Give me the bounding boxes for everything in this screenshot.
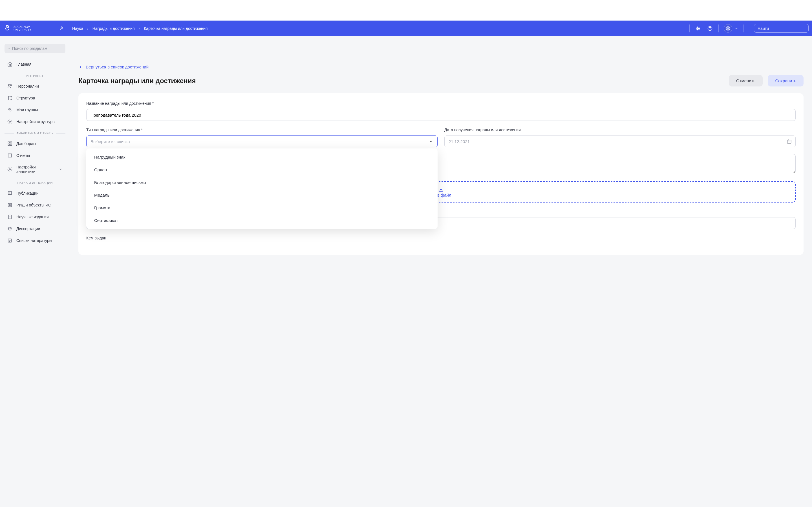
list-icon — [7, 238, 12, 243]
logo-text: SECHENOV UNIVERSITY — [13, 25, 31, 32]
svg-point-20 — [8, 99, 9, 100]
global-search[interactable] — [754, 24, 809, 33]
dropdown-option[interactable]: Орден — [86, 163, 438, 176]
user-menu[interactable] — [724, 24, 739, 33]
chevron-right-icon: › — [139, 26, 140, 31]
ip-icon — [7, 203, 12, 208]
breadcrumbs: Наука › Награды и достижения › Карточка … — [72, 26, 684, 31]
svg-point-25 — [10, 110, 11, 111]
sidebar-item-bibliography[interactable]: Списки литературы — [4, 235, 65, 246]
sidebar-item-dashboards[interactable]: Дашборды — [4, 138, 65, 150]
svg-point-27 — [9, 121, 11, 122]
sidebar-item-reports[interactable]: Отчеты — [4, 150, 65, 161]
svg-point-24 — [9, 109, 10, 110]
date-label: Дата получения награды или достижения — [444, 128, 796, 132]
svg-point-5 — [699, 28, 700, 29]
sidebar-section-science: НАУКА И ИННОВАЦИИ — [4, 177, 65, 187]
help-button[interactable] — [707, 25, 713, 32]
global-search-input[interactable] — [758, 26, 807, 31]
logo[interactable]: SECHENOV UNIVERSITY — [3, 24, 56, 33]
sidebar-search-input[interactable] — [12, 46, 61, 51]
sidebar-item-label: Диссертации — [16, 226, 40, 231]
sidebar-item-label: Списки литературы — [16, 238, 52, 243]
sliders-icon — [696, 26, 701, 31]
breadcrumb-item-2[interactable]: Награды и достижения — [93, 26, 135, 31]
svg-rect-34 — [8, 203, 11, 207]
svg-point-14 — [9, 48, 10, 49]
top-whitespace — [0, 0, 812, 20]
page-title: Карточка награды или достижения — [79, 77, 196, 85]
dropdown-option[interactable]: Благодарственное письмо — [86, 176, 438, 189]
dropdown-option[interactable]: Сертификат — [86, 214, 438, 227]
settings-button[interactable] — [695, 25, 702, 32]
page-header: Карточка награды или достижения Отменить… — [79, 75, 804, 87]
sidebar-item-label: Персоналии — [16, 84, 39, 89]
dropdown-option[interactable]: Нагрудный знак — [86, 151, 438, 163]
home-icon — [7, 62, 12, 67]
sidebar-item-structure-settings[interactable]: Настройки структуры — [4, 116, 65, 128]
dropdown-option[interactable]: Грамота — [86, 202, 438, 214]
chevron-up-icon — [429, 139, 434, 144]
gear-icon — [7, 167, 12, 172]
back-link[interactable]: Вернуться в список достижений — [79, 64, 149, 69]
graduation-icon — [7, 226, 12, 231]
sidebar-item-analytics-settings[interactable]: Настройки аналитики — [4, 161, 65, 177]
svg-point-16 — [8, 84, 10, 86]
groups-icon — [7, 107, 12, 112]
dropdown-option[interactable]: Медаль — [86, 189, 438, 202]
breadcrumb-item-1[interactable]: Наука — [72, 26, 83, 31]
search-icon — [8, 46, 10, 51]
reports-icon — [7, 153, 12, 158]
divider — [718, 24, 719, 33]
sidebar-item-journals[interactable]: Научные издания — [4, 211, 65, 223]
cancel-button[interactable]: Отменить — [729, 75, 763, 87]
sidebar-section-analytics: АНАЛИТИКА И ОТЧЕТЫ — [4, 128, 65, 138]
svg-point-26 — [10, 109, 11, 110]
svg-point-17 — [10, 84, 12, 86]
book-icon — [7, 191, 12, 196]
pin-button[interactable] — [56, 23, 66, 34]
name-input[interactable] — [86, 109, 796, 121]
type-select[interactable]: Выберите из списка — [86, 135, 438, 147]
people-icon — [7, 83, 12, 89]
select-placeholder: Выберите из списка — [91, 139, 130, 144]
sidebar-item-label: Настройки структуры — [16, 119, 55, 124]
issued-by-label: Кем выдан — [86, 236, 796, 240]
svg-point-33 — [9, 169, 11, 170]
svg-line-15 — [9, 49, 10, 49]
sidebar-item-home[interactable]: Главная — [4, 58, 65, 70]
sidebar-item-label: Мои группы — [16, 108, 38, 112]
structure-icon — [7, 96, 12, 101]
svg-point-35 — [9, 205, 11, 206]
date-input[interactable] — [444, 135, 796, 147]
sidebar-item-label: РИД и объекты ИС — [16, 203, 51, 207]
svg-point-21 — [11, 99, 11, 100]
sidebar-item-label: Настройки аналитики — [16, 165, 55, 174]
page-actions: Отменить Сохранить — [729, 75, 804, 87]
sidebar-item-groups[interactable]: Мои группы — [4, 104, 65, 116]
help-icon — [707, 26, 712, 31]
chevron-down-icon — [734, 26, 739, 31]
sidebar-item-publications[interactable]: Публикации — [4, 187, 65, 199]
sidebar-search[interactable] — [4, 44, 65, 53]
chevron-right-icon: › — [87, 26, 89, 31]
download-icon — [438, 186, 444, 192]
avatar — [724, 24, 732, 33]
svg-point-8 — [710, 29, 710, 30]
sidebar-item-ip[interactable]: РИД и объекты ИС — [4, 199, 65, 211]
svg-point-9 — [727, 27, 729, 29]
sidebar-item-structure[interactable]: Структура — [4, 92, 65, 104]
save-button[interactable]: Сохранить — [768, 75, 804, 87]
chevron-left-icon — [79, 65, 83, 69]
svg-point-18 — [8, 96, 9, 97]
breadcrumb-item-3[interactable]: Карточка награды или достижения — [144, 26, 207, 31]
svg-rect-29 — [10, 142, 12, 143]
main-content: Вернуться в список достижений Карточка н… — [70, 57, 812, 263]
svg-point-4 — [697, 27, 698, 27]
divider — [744, 24, 744, 33]
svg-point-10 — [727, 27, 729, 30]
sidebar-item-label: Отчеты — [16, 153, 30, 158]
sidebar-item-dissertations[interactable]: Диссертации — [4, 223, 65, 235]
form-card: Название награды или достижения * Тип на… — [79, 93, 804, 255]
sidebar-item-people[interactable]: Персоналии — [4, 80, 65, 92]
